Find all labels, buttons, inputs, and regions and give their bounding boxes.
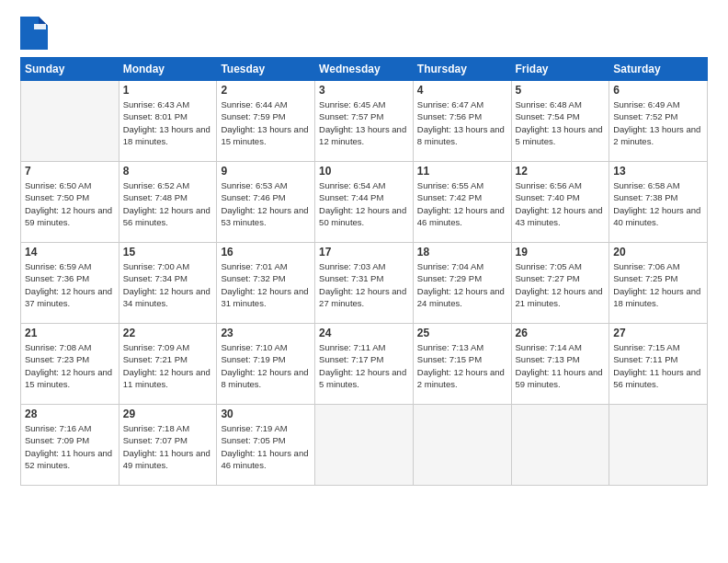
day-info: Sunrise: 7:19 AMSunset: 7:05 PMDaylight:… xyxy=(221,422,311,471)
day-info: Sunrise: 6:58 AMSunset: 7:38 PMDaylight:… xyxy=(613,179,703,228)
calendar-cell: 25Sunrise: 7:13 AMSunset: 7:15 PMDayligh… xyxy=(413,324,511,405)
calendar-cell: 17Sunrise: 7:03 AMSunset: 7:31 PMDayligh… xyxy=(315,243,414,324)
day-info: Sunrise: 7:06 AMSunset: 7:25 PMDaylight:… xyxy=(613,260,703,309)
day-info: Sunrise: 7:14 AMSunset: 7:13 PMDaylight:… xyxy=(516,341,606,390)
day-info: Sunrise: 6:45 AMSunset: 7:57 PMDaylight:… xyxy=(319,98,409,147)
day-number: 25 xyxy=(417,327,507,339)
calendar-cell: 23Sunrise: 7:10 AMSunset: 7:19 PMDayligh… xyxy=(217,324,315,405)
calendar-cell: 12Sunrise: 6:56 AMSunset: 7:40 PMDayligh… xyxy=(511,162,609,243)
day-info: Sunrise: 7:05 AMSunset: 7:27 PMDaylight:… xyxy=(516,260,606,309)
day-info: Sunrise: 7:10 AMSunset: 7:19 PMDaylight:… xyxy=(221,341,311,390)
calendar-table: SundayMondayTuesdayWednesdayThursdayFrid… xyxy=(20,57,708,486)
day-number: 16 xyxy=(221,246,311,259)
day-info: Sunrise: 7:01 AMSunset: 7:32 PMDaylight:… xyxy=(221,260,311,309)
calendar-cell xyxy=(21,81,119,162)
calendar-cell: 9Sunrise: 6:53 AMSunset: 7:46 PMDaylight… xyxy=(217,162,315,243)
day-info: Sunrise: 6:47 AMSunset: 7:56 PMDaylight:… xyxy=(417,98,507,147)
calendar-cell xyxy=(511,405,609,486)
svg-marker-2 xyxy=(34,24,46,29)
day-number: 22 xyxy=(123,327,213,339)
day-info: Sunrise: 7:04 AMSunset: 7:29 PMDaylight:… xyxy=(417,260,507,309)
calendar-cell: 29Sunrise: 7:18 AMSunset: 7:07 PMDayligh… xyxy=(119,405,217,486)
day-number: 23 xyxy=(221,327,311,339)
day-info: Sunrise: 7:16 AMSunset: 7:09 PMDaylight:… xyxy=(25,422,115,471)
day-info: Sunrise: 6:54 AMSunset: 7:44 PMDaylight:… xyxy=(319,179,409,228)
weekday-header-sunday: Sunday xyxy=(21,58,119,81)
day-number: 14 xyxy=(25,246,115,259)
calendar-cell: 6Sunrise: 6:49 AMSunset: 7:52 PMDaylight… xyxy=(609,81,708,162)
day-number: 24 xyxy=(319,327,409,339)
day-number: 4 xyxy=(417,84,507,97)
day-number: 26 xyxy=(516,327,606,339)
calendar-week-row: 14Sunrise: 6:59 AMSunset: 7:36 PMDayligh… xyxy=(21,243,708,324)
calendar-cell: 28Sunrise: 7:16 AMSunset: 7:09 PMDayligh… xyxy=(21,405,119,486)
weekday-header-thursday: Thursday xyxy=(413,58,511,81)
calendar-cell: 14Sunrise: 6:59 AMSunset: 7:36 PMDayligh… xyxy=(21,243,119,324)
day-number: 1 xyxy=(123,84,213,97)
calendar-week-row: 21Sunrise: 7:08 AMSunset: 7:23 PMDayligh… xyxy=(21,324,708,405)
calendar-cell: 4Sunrise: 6:47 AMSunset: 7:56 PMDaylight… xyxy=(413,81,511,162)
day-info: Sunrise: 6:50 AMSunset: 7:50 PMDaylight:… xyxy=(25,179,115,228)
day-number: 12 xyxy=(516,165,606,178)
weekday-header-saturday: Saturday xyxy=(609,58,708,81)
calendar-cell: 13Sunrise: 6:58 AMSunset: 7:38 PMDayligh… xyxy=(609,162,708,243)
day-info: Sunrise: 7:09 AMSunset: 7:21 PMDaylight:… xyxy=(123,341,213,390)
calendar-cell: 11Sunrise: 6:55 AMSunset: 7:42 PMDayligh… xyxy=(413,162,511,243)
calendar-cell: 19Sunrise: 7:05 AMSunset: 7:27 PMDayligh… xyxy=(511,243,609,324)
calendar-cell: 21Sunrise: 7:08 AMSunset: 7:23 PMDayligh… xyxy=(21,324,119,405)
calendar-cell: 3Sunrise: 6:45 AMSunset: 7:57 PMDaylight… xyxy=(315,81,414,162)
day-info: Sunrise: 6:43 AMSunset: 8:01 PMDaylight:… xyxy=(123,98,213,147)
weekday-header-monday: Monday xyxy=(119,58,217,81)
day-number: 29 xyxy=(123,408,213,420)
logo xyxy=(20,17,51,50)
day-number: 9 xyxy=(221,165,311,178)
calendar-cell: 7Sunrise: 6:50 AMSunset: 7:50 PMDaylight… xyxy=(21,162,119,243)
day-info: Sunrise: 6:56 AMSunset: 7:40 PMDaylight:… xyxy=(516,179,606,228)
day-info: Sunrise: 7:03 AMSunset: 7:31 PMDaylight:… xyxy=(319,260,409,309)
calendar-week-row: 1Sunrise: 6:43 AMSunset: 8:01 PMDaylight… xyxy=(21,81,708,162)
calendar-cell: 16Sunrise: 7:01 AMSunset: 7:32 PMDayligh… xyxy=(217,243,315,324)
day-number: 5 xyxy=(516,84,606,97)
weekday-header-tuesday: Tuesday xyxy=(217,58,315,81)
page: SundayMondayTuesdayWednesdayThursdayFrid… xyxy=(0,0,728,563)
day-info: Sunrise: 6:53 AMSunset: 7:46 PMDaylight:… xyxy=(221,179,311,228)
calendar-week-row: 7Sunrise: 6:50 AMSunset: 7:50 PMDaylight… xyxy=(21,162,708,243)
calendar-cell: 30Sunrise: 7:19 AMSunset: 7:05 PMDayligh… xyxy=(217,405,315,486)
weekday-header-friday: Friday xyxy=(511,58,609,81)
day-info: Sunrise: 6:49 AMSunset: 7:52 PMDaylight:… xyxy=(613,98,703,147)
day-number: 13 xyxy=(613,165,703,178)
header xyxy=(20,17,708,50)
day-info: Sunrise: 6:59 AMSunset: 7:36 PMDaylight:… xyxy=(25,260,115,309)
day-number: 30 xyxy=(221,408,311,420)
day-info: Sunrise: 7:11 AMSunset: 7:17 PMDaylight:… xyxy=(319,341,409,390)
day-number: 6 xyxy=(613,84,703,97)
day-number: 2 xyxy=(221,84,311,97)
day-number: 28 xyxy=(25,408,115,420)
weekday-header-wednesday: Wednesday xyxy=(315,58,414,81)
weekday-header-row: SundayMondayTuesdayWednesdayThursdayFrid… xyxy=(21,58,708,81)
day-number: 18 xyxy=(417,246,507,259)
calendar-cell: 8Sunrise: 6:52 AMSunset: 7:48 PMDaylight… xyxy=(119,162,217,243)
day-info: Sunrise: 7:13 AMSunset: 7:15 PMDaylight:… xyxy=(417,341,507,390)
day-number: 20 xyxy=(613,246,703,259)
calendar-cell: 26Sunrise: 7:14 AMSunset: 7:13 PMDayligh… xyxy=(511,324,609,405)
calendar-cell: 1Sunrise: 6:43 AMSunset: 8:01 PMDaylight… xyxy=(119,81,217,162)
calendar-cell: 2Sunrise: 6:44 AMSunset: 7:59 PMDaylight… xyxy=(217,81,315,162)
day-info: Sunrise: 6:55 AMSunset: 7:42 PMDaylight:… xyxy=(417,179,507,228)
day-number: 21 xyxy=(25,327,115,339)
svg-marker-0 xyxy=(20,17,48,50)
calendar-cell: 22Sunrise: 7:09 AMSunset: 7:21 PMDayligh… xyxy=(119,324,217,405)
logo-icon xyxy=(20,17,48,50)
day-number: 7 xyxy=(25,165,115,178)
calendar-week-row: 28Sunrise: 7:16 AMSunset: 7:09 PMDayligh… xyxy=(21,405,708,486)
day-number: 17 xyxy=(319,246,409,259)
day-info: Sunrise: 7:08 AMSunset: 7:23 PMDaylight:… xyxy=(25,341,115,390)
calendar-cell: 10Sunrise: 6:54 AMSunset: 7:44 PMDayligh… xyxy=(315,162,414,243)
day-info: Sunrise: 7:15 AMSunset: 7:11 PMDaylight:… xyxy=(613,341,703,390)
calendar-cell: 15Sunrise: 7:00 AMSunset: 7:34 PMDayligh… xyxy=(119,243,217,324)
day-number: 15 xyxy=(123,246,213,259)
day-number: 11 xyxy=(417,165,507,178)
day-info: Sunrise: 6:48 AMSunset: 7:54 PMDaylight:… xyxy=(516,98,606,147)
day-number: 10 xyxy=(319,165,409,178)
calendar-cell xyxy=(609,405,708,486)
